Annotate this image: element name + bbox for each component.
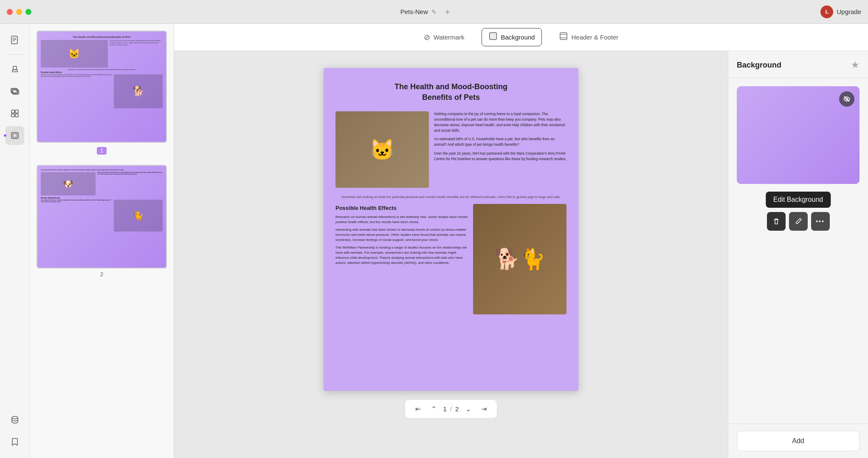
edit-bg-button[interactable] — [789, 212, 808, 231]
page-thumb-img-2: Lorem ipsum dolor sit amet consectetur a… — [37, 165, 167, 269]
active-dot — [4, 134, 6, 137]
content-middle: The Health and Mood-BoostingBenefits of … — [174, 51, 868, 458]
sidebar-icon-elements[interactable] — [6, 104, 24, 123]
nav-prev-page[interactable]: ⌃ — [428, 403, 440, 415]
add-tab-button[interactable]: ＋ — [443, 6, 452, 17]
doc-title: Pets-New — [400, 8, 428, 15]
sidebar-icon-stack[interactable] — [6, 410, 24, 429]
svg-rect-17 — [490, 33, 496, 40]
bg-thumb-area: Edit Background — [728, 78, 868, 424]
svg-point-15 — [12, 416, 18, 419]
page-thumb-content-1: The Health and Mood-Boosting Benefits of… — [37, 31, 166, 142]
thumb-cat-photo: 🐱 — [41, 40, 108, 68]
tab-header-footer[interactable]: Header & Footer — [552, 28, 626, 46]
content-area: ⊘ Watermark Background — [174, 24, 868, 458]
upgrade-label: Upgrade — [837, 8, 861, 15]
traffic-lights — [7, 9, 31, 15]
thumb2-text2: Research on human-animal interactions is… — [97, 172, 163, 195]
nav-current-page: 1 — [443, 405, 447, 413]
main-layout: The Health and Mood-Boosting Benefits of… — [0, 24, 868, 458]
thumb2-text3: Lorem ipsum dolor sit amet consectetur a… — [41, 200, 112, 232]
more-icon: ••• — [816, 218, 825, 225]
delete-bg-button[interactable] — [767, 212, 786, 231]
left-sidebar — [0, 24, 30, 458]
title-area: Pets-New ✎ ＋ — [37, 6, 815, 17]
svg-rect-0 — [11, 36, 17, 44]
title-bar: Pets-New ✎ ＋ L Upgrade — [0, 0, 868, 24]
header-footer-icon — [559, 32, 568, 42]
avatar: L — [820, 6, 833, 18]
close-button[interactable] — [7, 9, 13, 15]
thumb-section: Possible Health Effects — [41, 71, 62, 74]
sidebar-icon-pages[interactable] — [6, 31, 24, 49]
thumb-sep: Scientists are looking at what the poten… — [68, 69, 136, 71]
bg-action-row: ••• — [767, 212, 830, 231]
edit-title-icon[interactable]: ✎ — [431, 8, 437, 15]
sidebar-divider-1 — [7, 54, 23, 55]
doc-intro-text: Nothing compares to the joy of coming ho… — [434, 111, 566, 188]
minimize-button[interactable] — [16, 9, 22, 15]
doc-dog-image: 🐕🐈 — [473, 204, 566, 314]
tab-watermark-label: Watermark — [434, 34, 465, 41]
thumb2-img2: 🐈 — [114, 200, 163, 232]
tab-background-label: Background — [501, 34, 535, 41]
doc-bottom-section: Possible Health Effects Research on huma… — [335, 204, 566, 314]
doc-top-section: 🐱 Nothing compares to the joy of coming … — [335, 111, 566, 188]
page-thumb-1[interactable]: The Health and Mood-Boosting Benefits of… — [37, 31, 167, 155]
page-thumb-2[interactable]: Lorem ipsum dolor sit amet consectetur a… — [37, 165, 167, 277]
sidebar-icon-active[interactable] — [6, 126, 24, 145]
bg-thumbnail: Edit Background — [737, 86, 860, 184]
more-options-button[interactable]: ••• — [811, 212, 830, 231]
page-navigation: ⇤ ⌃ 1 / 2 ⌄ ⇥ — [405, 399, 498, 418]
right-panel-title: Background — [737, 61, 781, 70]
page-num-2: 2 — [37, 271, 167, 277]
doc-cat-image: 🐱 — [335, 111, 429, 188]
nav-separator: / — [450, 405, 452, 413]
svg-rect-11 — [11, 114, 14, 117]
thumb-dog-photo: 🐕 — [114, 74, 163, 108]
toggle-visibility-button[interactable] — [839, 91, 854, 107]
sidebar-icon-layers[interactable] — [6, 82, 24, 101]
pages-panel: The Health and Mood-Boosting Benefits of… — [30, 24, 174, 458]
svg-rect-10 — [15, 110, 18, 113]
thumb2-text-row: Lorem ipsum dolor sit amet consectetur a… — [41, 169, 163, 171]
watermark-icon: ⊘ — [424, 33, 430, 42]
document-page: The Health and Mood-BoostingBenefits of … — [324, 68, 578, 391]
svg-rect-12 — [15, 114, 18, 117]
sidebar-icon-stamp[interactable] — [6, 60, 24, 79]
sidebar-icon-bookmark[interactable] — [6, 433, 24, 451]
right-panel-header: Background ★ — [728, 51, 868, 78]
nav-first-page[interactable]: ⇤ — [412, 403, 424, 415]
maximize-button[interactable] — [25, 9, 31, 15]
nav-last-page[interactable]: ⇥ — [478, 403, 490, 415]
canvas-area: The Health and Mood-BoostingBenefits of … — [174, 51, 728, 458]
top-toolbar: ⊘ Watermark Background — [174, 24, 868, 51]
doc-separator: Scientists are looking at what the poten… — [335, 195, 566, 199]
page-thumb-content-2: Lorem ipsum dolor sit amet consectetur a… — [37, 166, 166, 268]
svg-rect-14 — [13, 134, 17, 137]
edit-background-tooltip: Edit Background — [766, 192, 831, 208]
tab-header-footer-label: Header & Footer — [571, 34, 618, 41]
page-thumb-img-1: The Health and Mood-Boosting Benefits of… — [37, 31, 167, 143]
page-num-badge-1: 1 — [37, 144, 167, 155]
favorite-star-icon[interactable]: ★ — [851, 59, 860, 71]
background-icon — [489, 32, 497, 42]
thumb-para: Research on human-animal interactions is… — [41, 74, 112, 108]
nav-total-pages: 2 — [455, 405, 459, 413]
svg-rect-9 — [11, 110, 14, 113]
thumb2-section: Animals Helping People — [41, 197, 163, 199]
doc-section-title: Possible Health Effects — [335, 204, 468, 212]
upgrade-button[interactable]: L Upgrade — [820, 6, 861, 18]
tab-background[interactable]: Background — [482, 28, 542, 46]
right-panel: Background ★ E — [728, 51, 868, 458]
doc-text-col: Possible Health Effects Research on huma… — [335, 204, 468, 314]
tab-watermark[interactable]: ⊘ Watermark — [417, 29, 472, 46]
svg-rect-5 — [13, 66, 17, 70]
svg-rect-18 — [560, 33, 567, 40]
add-background-button[interactable]: Add — [737, 431, 860, 451]
page-thumb-title: The Health and Mood-Boosting Benefits of… — [73, 36, 131, 38]
nav-next-page[interactable]: ⌄ — [462, 403, 474, 415]
thumb2-img1: 🐶 — [41, 172, 96, 195]
thumb-text-col: Lorem ipsum dolor sit amet consectetur a… — [110, 40, 163, 68]
doc-main-title: The Health and Mood-BoostingBenefits of … — [335, 82, 566, 103]
